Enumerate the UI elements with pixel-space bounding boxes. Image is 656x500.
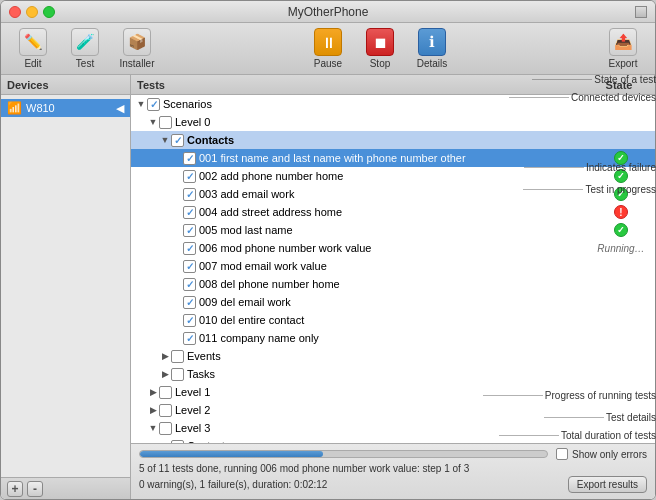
tree-content[interactable]: ▼ Scenarios ▼ Level 0	[131, 95, 655, 443]
test-009-checkbox[interactable]	[183, 296, 196, 309]
export-button[interactable]: 📤 Export	[599, 27, 647, 71]
tasks-label: Tasks	[187, 368, 591, 380]
test-row-003[interactable]: 003 add email work	[131, 185, 655, 203]
stop-button[interactable]: ⏹ Stop	[356, 27, 404, 71]
level0-label: Level 0	[175, 116, 591, 128]
sidebar: Devices 📶 W810 ◀ + -	[1, 75, 131, 499]
level1-row[interactable]: ▶ Level 1	[131, 383, 655, 401]
edit-icon: ✏️	[19, 28, 47, 56]
tests-column-header: Tests	[137, 79, 589, 91]
state-success-005-icon	[614, 223, 628, 237]
events-label: Events	[187, 350, 591, 362]
pause-button[interactable]: ⏸ Pause	[304, 27, 352, 71]
installer-label: Installer	[119, 58, 154, 69]
installer-button[interactable]: 📦 Installer	[113, 27, 161, 71]
test-icon: 🧪	[71, 28, 99, 56]
test-003-checkbox[interactable]	[183, 188, 196, 201]
show-errors-checkbox[interactable]	[556, 448, 568, 460]
edit-button[interactable]: ✏️ Edit	[9, 27, 57, 71]
devices-header-label: Devices	[7, 79, 49, 91]
events-row[interactable]: ▶ Events	[131, 347, 655, 365]
test-row-010[interactable]: 010 del entire contact	[131, 311, 655, 329]
level0-row[interactable]: ▼ Level 0	[131, 113, 655, 131]
level2-row[interactable]: ▶ Level 2	[131, 401, 655, 419]
test-011-checkbox[interactable]	[183, 332, 196, 345]
state-success-002-icon	[614, 169, 628, 183]
contacts-checkbox[interactable]	[171, 134, 184, 147]
test-row-006[interactable]: 006 mod phone number work value Running…	[131, 239, 655, 257]
tests-panel: Tests State ▼ Scenarios ▼	[131, 75, 655, 499]
tasks-row[interactable]: ▶ Tasks	[131, 365, 655, 383]
level0-checkbox[interactable]	[159, 116, 172, 129]
tasks-expander[interactable]: ▶	[159, 369, 171, 379]
duration-text: 0 warning(s), 1 failure(s), duration: 0:…	[139, 479, 560, 490]
device-item-w810[interactable]: 📶 W810 ◀	[1, 99, 130, 117]
level2-label: Level 2	[175, 404, 591, 416]
test-002-checkbox[interactable]	[183, 170, 196, 183]
details-label: Details	[417, 58, 448, 69]
tests-header: Tests State	[131, 75, 655, 95]
test-row-008[interactable]: 008 del phone number home	[131, 275, 655, 293]
contacts-expander[interactable]: ▼	[159, 135, 171, 145]
contacts-header-row[interactable]: ▼ Contacts	[131, 131, 655, 149]
state-success-003-icon	[614, 187, 628, 201]
add-device-button[interactable]: +	[7, 481, 23, 497]
test-row-007[interactable]: 007 mod email work value	[131, 257, 655, 275]
level1-checkbox[interactable]	[159, 386, 172, 399]
level0-expander[interactable]: ▼	[147, 117, 159, 127]
level2-checkbox[interactable]	[159, 404, 172, 417]
export-icon: 📤	[609, 28, 637, 56]
main-content: Devices 📶 W810 ◀ + - Tests	[1, 75, 655, 499]
level3-checkbox[interactable]	[159, 422, 172, 435]
close-button[interactable]	[9, 6, 21, 18]
level2-expander[interactable]: ▶	[147, 405, 159, 415]
test-001-checkbox[interactable]	[183, 152, 196, 165]
resize-grip	[635, 6, 647, 18]
scenarios-expander[interactable]: ▼	[135, 99, 147, 109]
export-label: Export	[609, 58, 638, 69]
maximize-button[interactable]	[43, 6, 55, 18]
remove-device-button[interactable]: -	[27, 481, 43, 497]
events-checkbox[interactable]	[171, 350, 184, 363]
scenarios-checkbox[interactable]	[147, 98, 160, 111]
test-row-001[interactable]: 001 first name and last name with phone …	[131, 149, 655, 167]
minimize-button[interactable]	[26, 6, 38, 18]
test-004-checkbox[interactable]	[183, 206, 196, 219]
test-row-011[interactable]: 011 company name only	[131, 329, 655, 347]
scenarios-row[interactable]: ▼ Scenarios	[131, 95, 655, 113]
state-success-icon	[614, 151, 628, 165]
test-details-row: 5 of 11 tests done, running 006 mod phon…	[131, 462, 655, 475]
details-button[interactable]: ℹ Details	[408, 27, 456, 71]
details-icon: ℹ	[418, 28, 446, 56]
contacts-label: Contacts	[187, 134, 591, 146]
test-005-checkbox[interactable]	[183, 224, 196, 237]
test-row-002[interactable]: 002 add phone number home	[131, 167, 655, 185]
test-007-checkbox[interactable]	[183, 260, 196, 273]
level1-expander[interactable]: ▶	[147, 387, 159, 397]
edit-label: Edit	[24, 58, 41, 69]
show-errors-row: Show only errors	[556, 448, 647, 460]
state-running-006: Running…	[597, 243, 644, 254]
test-010-checkbox[interactable]	[183, 314, 196, 327]
level1-label: Level 1	[175, 386, 591, 398]
test-006-checkbox[interactable]	[183, 242, 196, 255]
test-button[interactable]: 🧪 Test	[61, 27, 109, 71]
test-008-checkbox[interactable]	[183, 278, 196, 291]
test-row-005[interactable]: 005 mod last name	[131, 221, 655, 239]
state-failure-004-icon	[614, 205, 628, 219]
test-row-009[interactable]: 009 del email work	[131, 293, 655, 311]
level3-label: Level 3	[175, 422, 591, 434]
level3-expander[interactable]: ▼	[147, 423, 159, 433]
tasks-checkbox[interactable]	[171, 368, 184, 381]
show-errors-label: Show only errors	[572, 449, 647, 460]
export-results-button[interactable]: Export results	[568, 476, 647, 493]
events-expander[interactable]: ▶	[159, 351, 171, 361]
titlebar: MyOtherPhone	[1, 1, 655, 23]
toolbar: ✏️ Edit 🧪 Test 📦 Installer ⏸ Pause ⏹ Sto…	[1, 23, 655, 75]
pause-icon: ⏸	[314, 28, 342, 56]
test-row-004[interactable]: 004 add street address home	[131, 203, 655, 221]
level3-row[interactable]: ▼ Level 3	[131, 419, 655, 437]
devices-list: 📶 W810 ◀	[1, 95, 130, 477]
sidebar-footer: + -	[1, 477, 130, 499]
state-column-header: State	[589, 79, 649, 91]
